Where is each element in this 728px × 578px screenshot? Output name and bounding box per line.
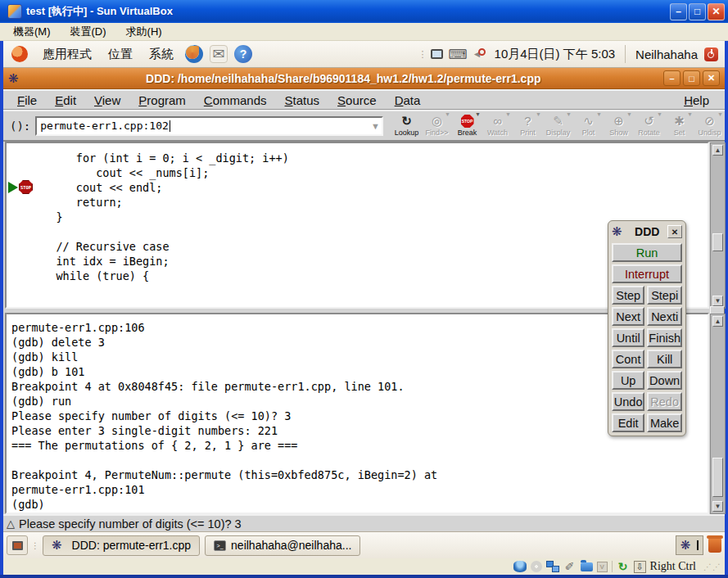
resize-grip[interactable]: ⋰⋰ <box>703 562 721 571</box>
tool-find-button[interactable]: ▼ ◎ Find>> <box>422 111 452 141</box>
gnome-top-panel: 應用程式 位置 系統 ✉ ? ⋮ ⌨ 10月4日(日) 下午 5:03 Neil… <box>3 41 725 68</box>
help-launcher-icon[interactable]: ? <box>234 45 252 63</box>
menu-edit[interactable]: Edit <box>46 92 85 109</box>
task-ddd[interactable]: ❋ DDD: permute-err1.cpp <box>43 535 200 556</box>
source-pane[interactable]: STOP for (int i = 0; i < _digit; i++) co… <box>5 142 709 309</box>
tool-watch-button[interactable]: ▼ ∞ Watch <box>482 111 513 141</box>
cdrom-status-icon[interactable] <box>531 561 542 572</box>
combo-dropdown-icon[interactable]: ▼ <box>371 121 380 131</box>
scroll-up-icon[interactable]: ▲ <box>712 316 723 327</box>
scrollbar-thumb[interactable] <box>712 233 723 251</box>
run-button[interactable]: Run <box>612 243 682 262</box>
stepi-button[interactable]: Stepi <box>647 286 682 305</box>
firefox-launcher-icon[interactable] <box>185 45 203 63</box>
dropdown-arrow-icon: ▼ <box>717 111 723 117</box>
mail-launcher-icon[interactable]: ✉ <box>210 45 228 63</box>
ddd-close-button[interactable]: ✕ <box>703 70 720 86</box>
kill-button[interactable]: Kill <box>647 350 682 368</box>
tool-display-button[interactable]: ▼ ✎ Display <box>543 111 573 141</box>
redo-button[interactable]: Redo <box>647 392 682 411</box>
gdb-console-pane[interactable]: permute-err1.cpp:106 (gdb) delete 3 (gdb… <box>5 313 709 514</box>
up-button[interactable]: Up <box>612 371 644 390</box>
panel-clock[interactable]: 10月4日(日) 下午 5:03 <box>490 47 621 62</box>
menu-view[interactable]: View <box>85 92 129 109</box>
command-panel-titlebar[interactable]: ❋ DDD ✕ <box>612 223 682 241</box>
menu-source[interactable]: Source <box>328 92 386 109</box>
nexti-button[interactable]: Nexti <box>647 307 682 326</box>
finish-button[interactable]: Finish <box>647 328 682 347</box>
menu-status[interactable]: Status <box>276 92 329 109</box>
menu-file[interactable]: File <box>8 92 46 109</box>
hostkey-state-icon: ⇩ <box>634 561 646 573</box>
console-scrollbar[interactable]: ▲ ▼ <box>710 314 726 514</box>
text-caret <box>170 120 170 132</box>
tool-lookup-button[interactable]: ↻ Lookup <box>391 111 422 141</box>
step-button[interactable]: Step <box>612 286 644 305</box>
display-tray-icon[interactable] <box>431 49 443 59</box>
menu-commands[interactable]: Commands <box>195 92 276 109</box>
trash-icon[interactable] <box>708 538 721 553</box>
ubuntu-logo-icon[interactable] <box>11 46 28 62</box>
until-button[interactable]: Until <box>612 328 644 347</box>
tool-undisp-button[interactable]: ▼ ⊘ Undisp <box>694 111 725 141</box>
power-button-icon[interactable] <box>704 47 718 61</box>
dropdown-arrow-icon: ▼ <box>536 111 541 117</box>
panel-menu-places[interactable]: 位置 <box>100 43 141 65</box>
ddd-command-panel[interactable]: ❋ DDD ✕ Run Interrupt Step Stepi Next Ne… <box>608 220 686 436</box>
usb-status-icon[interactable]: ✐ <box>563 561 577 572</box>
scroll-up-icon[interactable]: ▲ <box>712 145 723 156</box>
show-desktop-button[interactable] <box>7 535 28 555</box>
source-line-breakpoint: cout << endl; <box>36 180 289 195</box>
edit-button[interactable]: Edit <box>612 413 644 432</box>
autoresize-status-icon[interactable]: ↻ <box>617 561 630 572</box>
harddisk-status-icon[interactable] <box>513 561 527 572</box>
vbox-titlebar[interactable]: test [執行中] - Sun VirtualBox – □ ✕ <box>0 0 728 23</box>
keyboard-tray-icon[interactable]: ⌨ <box>448 47 467 62</box>
menu-help[interactable]: Help <box>675 92 718 109</box>
command-panel-close-icon[interactable]: ✕ <box>667 225 682 238</box>
tool-rotate-button[interactable]: ▼ ↺ Rotate <box>634 111 664 141</box>
undo-button[interactable]: Undo <box>612 392 644 411</box>
task-terminal[interactable]: >_ neilhahaha@neilhaha... <box>205 535 360 556</box>
volume-muted-icon[interactable] <box>473 48 485 60</box>
tool-print-button[interactable]: ▼ ? Print <box>513 111 543 141</box>
mute-slash <box>478 48 486 56</box>
menu-data[interactable]: Data <box>386 92 430 109</box>
tool-show-button[interactable]: ▼ ⊕ Show <box>604 111 634 141</box>
vbox-menu-machine[interactable]: 機器(M) <box>5 23 59 41</box>
down-button[interactable]: Down <box>647 371 682 390</box>
breakpoint-stop-icon[interactable]: STOP <box>19 180 33 194</box>
user-switcher[interactable]: Neilhahaha <box>631 47 699 61</box>
network-status-icon[interactable] <box>546 561 559 572</box>
source-scrollbar[interactable]: ▲ ▼ <box>710 142 726 309</box>
tool-plot-button[interactable]: ▼ ∿ Plot <box>573 111 604 141</box>
ddd-minimize-button[interactable]: – <box>663 70 681 86</box>
make-button[interactable]: Make <box>647 413 682 432</box>
vbox-menu-devices[interactable]: 裝置(D) <box>62 23 115 41</box>
close-button[interactable]: ✕ <box>708 3 725 20</box>
statusbar-separator <box>612 561 613 572</box>
interrupt-button[interactable]: Interrupt <box>612 264 682 283</box>
ddd-maximize-button[interactable]: □ <box>683 70 700 86</box>
argument-input[interactable]: permute-err1.cpp:102 ▼ <box>35 116 383 136</box>
window-selector-tray[interactable]: ❋ <box>676 535 703 555</box>
maximize-button[interactable]: □ <box>689 3 706 20</box>
scrollbar-thumb[interactable] <box>712 458 723 497</box>
next-button[interactable]: Next <box>612 307 644 326</box>
vbox-menu-help[interactable]: 求助(H) <box>118 23 170 41</box>
panel-menu-system[interactable]: 系統 <box>141 43 182 65</box>
tool-set-button[interactable]: ▼ ✱ Set <box>664 111 694 141</box>
ddd-bug-icon: ❋ <box>681 538 691 553</box>
cont-button[interactable]: Cont <box>612 350 644 368</box>
console-line: (gdb) b 101 <box>11 364 437 379</box>
ddd-window-title: DDD: /home/neilhahaha/Share/b96901184_hw… <box>24 72 663 85</box>
console-prompt-line[interactable]: (gdb) <box>11 497 437 512</box>
panel-menu-applications[interactable]: 應用程式 <box>34 43 100 65</box>
shared-folder-status-icon[interactable] <box>581 562 593 571</box>
menu-program[interactable]: Program <box>129 92 195 109</box>
ddd-titlebar[interactable]: ❋ DDD: /home/neilhahaha/Share/b96901184_… <box>3 68 725 89</box>
scroll-down-icon[interactable]: ▼ <box>712 501 723 512</box>
minimize-button[interactable]: – <box>670 3 687 20</box>
scroll-down-icon[interactable]: ▼ <box>712 296 723 306</box>
tool-break-button[interactable]: ▼ STOP Break <box>452 111 482 141</box>
